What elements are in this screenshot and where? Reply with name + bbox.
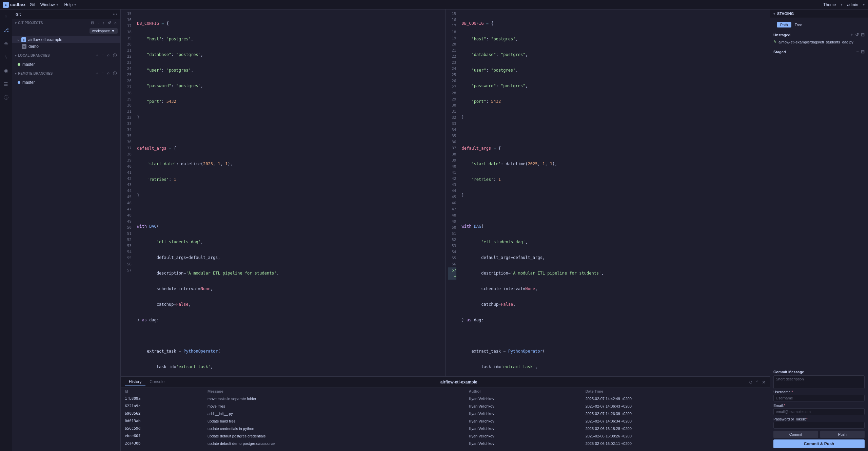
- unstaged-add-icon[interactable]: +: [850, 32, 853, 37]
- unstaged-file-item[interactable]: ✎ airflow-etl-example/dags/etl_students_…: [770, 39, 868, 45]
- commit-id-cell: 2ca430b: [121, 440, 203, 447]
- unstaged-discard-icon[interactable]: ↺: [855, 32, 859, 37]
- remote-branches-list: master: [12, 78, 120, 87]
- remote-branch-master-label: master: [22, 80, 35, 85]
- commits-table: Id Message Author Date Time 1fb809a move…: [121, 388, 770, 447]
- commit-push-button[interactable]: Commit & Push: [773, 439, 865, 448]
- project-item-demo[interactable]: d demo: [12, 43, 120, 50]
- email-input[interactable]: [773, 408, 865, 415]
- table-row[interactable]: 2ca430b update default demo-postgre.data…: [121, 440, 770, 447]
- admin-dropdown-arrow: ▼: [862, 3, 865, 6]
- git-push-icon[interactable]: ↑: [102, 20, 106, 25]
- git-clone-icon[interactable]: ⊡: [90, 20, 95, 25]
- table-row[interactable]: 1fb809a move tasks in separate folder Il…: [121, 395, 770, 402]
- main-layout: ⌂ ⎇ ⊕ ⑂ ◉ ☰ ⓘ Git ⋯ ▾ GIT PROJECTS ⊡ ↓ ↑…: [0, 10, 868, 451]
- commit-id-cell: 1fb809a: [121, 395, 203, 402]
- staged-minus-icon[interactable]: −: [856, 49, 859, 54]
- commit-author-cell: Iliyan Velichkov: [465, 425, 581, 432]
- commit-id-cell: ebce60f: [121, 432, 203, 440]
- theme-dropdown-arrow: ▼: [840, 3, 843, 6]
- iconbar-database[interactable]: ◉: [2, 67, 10, 75]
- local-branch-master[interactable]: master: [12, 61, 120, 68]
- iconbar-info[interactable]: ⓘ: [2, 94, 10, 102]
- rb-add-icon[interactable]: +: [95, 71, 99, 76]
- commit-message-cell: update build files: [203, 417, 465, 425]
- table-row[interactable]: 0d013ab update build files Iliyan Velich…: [121, 417, 770, 425]
- staged-actions: − ⊟: [856, 49, 865, 54]
- project-item-airflow[interactable]: ▸ g airflow-etl-example: [12, 36, 120, 43]
- iconbar-branch[interactable]: ⑂: [2, 53, 10, 61]
- menu-git[interactable]: Git: [30, 2, 35, 7]
- remote-branch-master[interactable]: master: [12, 79, 120, 86]
- table-row[interactable]: ebce60f update default postgres credenti…: [121, 432, 770, 440]
- theme-menu[interactable]: Theme: [823, 2, 836, 7]
- iconbar-home[interactable]: ⌂: [2, 12, 10, 20]
- refresh-history-icon[interactable]: ↺: [749, 380, 753, 385]
- commit-author-cell: Iliyan Velichkov: [465, 402, 581, 410]
- password-input[interactable]: [773, 422, 865, 429]
- workspace-button[interactable]: workspace ▼: [90, 28, 118, 34]
- local-branches-chevron: ▾: [15, 54, 17, 57]
- local-branches-header[interactable]: ▾ LOCAL BRANCHES + − ⌕ ⓘ: [12, 51, 120, 60]
- tab-history[interactable]: History: [125, 378, 145, 386]
- bottom-panel: History Console airflow-etl-example ↺ ⌃ …: [121, 376, 770, 451]
- right-code-content: DB_CONFIG = { "host": "postgres", "datab…: [459, 10, 770, 376]
- collapse-bottom-icon[interactable]: ⌃: [755, 380, 759, 385]
- git-search-icon[interactable]: ⌕: [113, 20, 118, 25]
- lb-info-icon[interactable]: ⓘ: [112, 53, 118, 58]
- iconbar-git[interactable]: ⎇: [2, 26, 10, 34]
- local-branch-master-label: master: [22, 62, 35, 67]
- lb-delete-icon[interactable]: −: [101, 53, 105, 58]
- menu-window[interactable]: Window ▼: [40, 2, 59, 7]
- table-row[interactable]: b56c59d update credentials in python Ili…: [121, 425, 770, 432]
- right-code-panel[interactable]: 1516171819 2021222324 2526272829 3031323…: [446, 10, 770, 376]
- left-code-panel[interactable]: 1516171819 2021222324 2526272829 3031323…: [121, 10, 445, 376]
- staged-columns-icon[interactable]: ⊟: [861, 49, 865, 54]
- git-projects-header[interactable]: ▾ GIT PROJECTS ⊡ ↓ ↑ ↺ ⌕: [12, 19, 120, 27]
- commit-id-cell: 6221a9c: [121, 402, 203, 410]
- commit-button[interactable]: Commit: [773, 431, 818, 438]
- lb-add-icon[interactable]: +: [95, 53, 99, 58]
- admin-menu[interactable]: admin: [847, 2, 858, 7]
- commit-message-input[interactable]: [773, 375, 865, 389]
- col-id: Id: [121, 388, 203, 395]
- commit-datetime-cell: 2025-02-06 16:08:26 +0200: [581, 432, 770, 440]
- lb-search-icon[interactable]: ⌕: [106, 53, 111, 58]
- app-name: codbex: [10, 2, 26, 7]
- rb-search-icon[interactable]: ⌕: [106, 71, 111, 76]
- close-bottom-icon[interactable]: ✕: [762, 380, 766, 385]
- commit-id-cell: b908562: [121, 410, 203, 417]
- code-panels: 1516171819 2021222324 2526272829 3031323…: [121, 10, 770, 376]
- tab-tree[interactable]: Tree: [791, 22, 806, 27]
- staged-section: Staged − ⊟: [770, 46, 868, 367]
- commit-message-cell: add __init__.py: [203, 410, 465, 417]
- left-code-content: DB_CONFIG = { "host": "postgres", "datab…: [134, 10, 445, 376]
- table-row[interactable]: 6221a9c move ifiles Iliyan Velichkov 202…: [121, 402, 770, 410]
- iconbar-settings[interactable]: ☰: [2, 80, 10, 88]
- git-refresh-icon[interactable]: ↺: [107, 20, 112, 25]
- unstaged-columns-icon[interactable]: ⊟: [861, 32, 865, 37]
- col-message: Message: [203, 388, 465, 395]
- commit-datetime-cell: 2025-02-07 14:42:49 +0200: [581, 395, 770, 402]
- iconbar-search[interactable]: ⊕: [2, 39, 10, 48]
- rb-delete-icon[interactable]: −: [101, 71, 105, 76]
- git-pull-icon[interactable]: ↓: [96, 20, 100, 25]
- menu-help[interactable]: Help ▼: [64, 2, 77, 7]
- sidebar-more-icon[interactable]: ⋯: [113, 12, 117, 17]
- commit-form: Commit Message Username:* Email:* Passwo…: [770, 367, 868, 451]
- remote-branches-header[interactable]: ▾ REMOTE BRANCHES + − ⌕ ⓘ: [12, 69, 120, 78]
- staging-collapse-icon[interactable]: ▾: [773, 12, 775, 16]
- tab-console[interactable]: Console: [145, 378, 169, 386]
- username-input[interactable]: [773, 395, 865, 401]
- push-button[interactable]: Push: [820, 431, 865, 438]
- username-field: Username:*: [773, 390, 865, 401]
- tab-path[interactable]: Path: [777, 22, 791, 27]
- staging-label: STAGING: [777, 12, 794, 16]
- rb-info-icon[interactable]: ⓘ: [112, 71, 118, 76]
- commit-datetime-cell: 2025-02-07 14:26:39 +0200: [581, 410, 770, 417]
- password-field: Password or Token:*: [773, 417, 865, 429]
- history-table[interactable]: Id Message Author Date Time 1fb809a move…: [121, 388, 770, 451]
- commit-id-cell: 0d013ab: [121, 417, 203, 425]
- table-row[interactable]: b908562 add __init__.py Iliyan Velichkov…: [121, 410, 770, 417]
- unstaged-file-path: airflow-etl-example/dags/etl_students_da…: [778, 40, 853, 44]
